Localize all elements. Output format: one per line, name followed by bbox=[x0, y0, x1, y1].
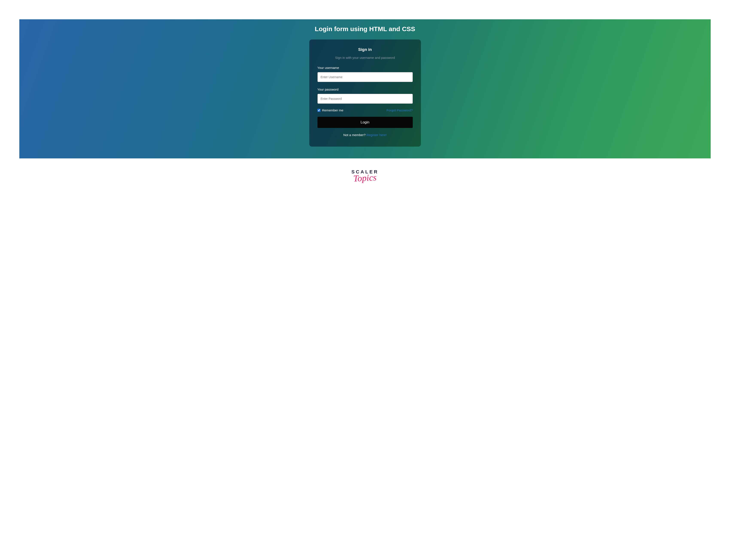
username-group: Your username bbox=[317, 66, 413, 82]
remember-me-checkbox[interactable] bbox=[317, 109, 320, 112]
forgot-password-link[interactable]: Forgot Password? bbox=[387, 108, 413, 112]
login-card: Sign in Sign in with your username and p… bbox=[309, 39, 421, 147]
password-group: Your password bbox=[317, 88, 413, 104]
brand-text-topics: Topics bbox=[353, 173, 377, 183]
password-label: Your password bbox=[317, 88, 413, 91]
page-title: Login form using HTML and CSS bbox=[315, 25, 415, 33]
signin-heading: Sign in bbox=[317, 47, 413, 52]
login-button[interactable]: Login bbox=[317, 117, 413, 128]
register-row: Not a member? Register here! bbox=[317, 133, 413, 137]
remember-me-wrap: Remember me bbox=[317, 108, 343, 112]
not-member-text: Not a member? bbox=[343, 133, 367, 137]
gradient-background: Login form using HTML and CSS Sign in Si… bbox=[19, 19, 711, 158]
register-link[interactable]: Register here! bbox=[366, 133, 387, 137]
username-input[interactable] bbox=[317, 72, 413, 82]
password-input[interactable] bbox=[317, 94, 413, 104]
remember-forgot-row: Remember me Forgot Password? bbox=[317, 108, 413, 112]
remember-me-label: Remember me bbox=[322, 108, 343, 112]
username-label: Your username bbox=[317, 66, 413, 70]
signin-subheading: Sign in with your username and password bbox=[317, 56, 413, 59]
brand-logo: SCALER Topics bbox=[19, 169, 711, 182]
